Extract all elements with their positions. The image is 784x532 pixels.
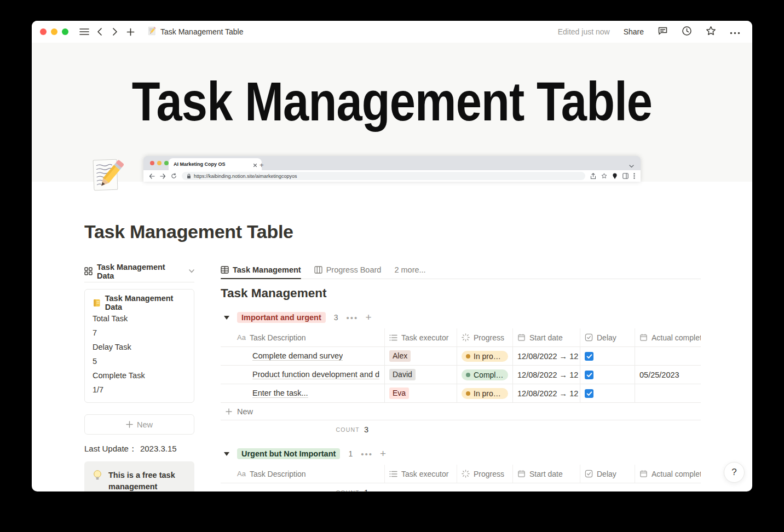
table-row[interactable]: Complete demand survey Alex In progress … <box>221 347 701 366</box>
column-header-executor[interactable]: Task executor <box>385 328 457 346</box>
desktop: { "titlebar": { "page_title": "Task Mana… <box>0 0 784 532</box>
start-date-value[interactable]: 12/08/2022 → 12 <box>517 352 578 361</box>
close-window-button[interactable] <box>40 28 47 35</box>
forward-icon[interactable] <box>108 25 122 39</box>
text-property-icon: Aa <box>237 470 246 478</box>
browser-tab-title: AI Marketing Copy OS <box>174 161 226 167</box>
group-add-icon[interactable]: + <box>365 311 371 323</box>
new-page-icon[interactable] <box>123 25 137 39</box>
group-pill[interactable]: Important and urgent <box>237 312 326 323</box>
table-row[interactable]: Product function development and d David… <box>221 366 701 384</box>
plus-icon <box>226 408 232 415</box>
executor-tag[interactable]: Alex <box>389 350 411 362</box>
group-more-icon[interactable]: ••• <box>361 449 373 459</box>
callout: This is a free task management system. <box>84 461 194 491</box>
collapse-triangle-icon[interactable] <box>224 316 229 320</box>
stat-value: 5 <box>93 354 186 368</box>
stat-label: Complete Task <box>93 368 186 383</box>
summary-card-title: Task Management Data <box>105 294 186 311</box>
collapse-triangle-icon[interactable] <box>224 452 229 456</box>
count-aggregate[interactable]: COUNT 1 <box>221 483 385 491</box>
share-button[interactable]: Share <box>624 27 644 36</box>
new-record-button[interactable]: New <box>84 414 194 435</box>
breadcrumb[interactable]: Task Management Table <box>147 26 244 37</box>
callout-text: This is a free task management system. <box>108 470 187 491</box>
zoom-window-button[interactable] <box>62 28 68 35</box>
checkmark-icon <box>586 354 592 359</box>
column-header-executor[interactable]: Task executor <box>385 465 457 483</box>
tab-more-views[interactable]: 2 more... <box>394 261 425 279</box>
help-button[interactable]: ? <box>724 462 745 483</box>
notion-window: Task Management Table Edited just now Sh… <box>32 21 752 491</box>
column-header-progress[interactable]: Progress <box>457 328 513 346</box>
traffic-lights <box>40 28 68 35</box>
lock-icon <box>187 174 191 179</box>
task-title-link[interactable]: Enter the task... <box>252 389 308 398</box>
column-header-delay[interactable]: Delay <box>580 328 635 346</box>
table-row[interactable]: Enter the task... Eva In progress 12/08/… <box>221 384 701 403</box>
more-icon[interactable] <box>730 27 740 37</box>
column-header-description[interactable]: AaTask Description <box>221 465 385 483</box>
column-header-actual-completion[interactable]: Actual completion <box>635 465 701 483</box>
history-icon[interactable] <box>682 26 692 38</box>
status-pill[interactable]: In progress <box>462 351 508 362</box>
select-property-icon <box>389 334 397 341</box>
executor-tag[interactable]: David <box>389 369 416 380</box>
checkmark-icon <box>586 391 592 396</box>
group-count: 1 <box>348 449 353 458</box>
count-aggregate[interactable]: COUNT 3 <box>221 420 385 439</box>
browser-zoom-button <box>164 161 169 165</box>
refresh-icon <box>171 173 177 179</box>
column-header-start-date[interactable]: Start date <box>513 465 580 483</box>
status-pill[interactable]: Completed <box>462 369 508 380</box>
back-icon[interactable] <box>93 25 107 39</box>
text-property-icon: Aa <box>237 333 246 342</box>
breadcrumb-title: Task Management Table <box>160 27 244 36</box>
delay-checkbox-checked[interactable] <box>585 371 593 379</box>
new-row-button[interactable]: New <box>221 403 701 420</box>
date-property-icon <box>517 470 526 478</box>
menu-icon[interactable] <box>77 25 91 39</box>
cover-heading: Task Management Table <box>89 70 694 133</box>
chevron-down-icon <box>189 269 194 273</box>
minimize-window-button[interactable] <box>51 28 57 35</box>
status-dot <box>466 373 470 377</box>
url-text: https://kaibinding.notion.site/aimarketi… <box>194 174 297 179</box>
kebab-icon <box>633 173 635 179</box>
column-header-delay[interactable]: Delay <box>580 465 635 483</box>
comment-icon[interactable] <box>658 26 668 38</box>
browser-minimize-button <box>157 161 162 165</box>
star-icon[interactable] <box>706 26 716 38</box>
status-dot <box>466 391 470 396</box>
board-view-icon <box>314 266 322 274</box>
tab-task-management[interactable]: Task Management <box>221 261 301 279</box>
table-view-icon <box>221 266 229 274</box>
table-header: AaTask Description Task executor Progres… <box>221 328 701 347</box>
column-header-progress[interactable]: Progress <box>457 465 513 483</box>
start-date-value[interactable]: 12/08/2022 → 12 <box>517 371 578 379</box>
table-header: AaTask Description Task executor Progres… <box>221 465 701 483</box>
aggregate-row: COUNT 3 <box>221 420 701 439</box>
status-pill[interactable]: In progress <box>462 388 508 399</box>
task-title-link[interactable]: Product function development and d <box>252 370 379 379</box>
executor-tag[interactable]: Eva <box>389 388 409 399</box>
column-header-start-date[interactable]: Start date <box>513 328 580 346</box>
column-header-description[interactable]: AaTask Description <box>221 328 385 346</box>
start-date-value[interactable]: 12/08/2022 → 12 <box>517 389 578 398</box>
actual-date-value[interactable]: 05/25/2023 <box>639 371 679 379</box>
linked-db-selector[interactable]: Task Management Data <box>84 261 194 282</box>
last-update-value: 2023.3.15 <box>140 444 177 454</box>
group-add-icon[interactable]: + <box>380 448 386 460</box>
task-title-link[interactable]: Complete demand survey <box>252 351 343 361</box>
tab-progress-board[interactable]: Progress Board <box>314 261 382 279</box>
page-memo-icon[interactable] <box>89 158 124 193</box>
delay-checkbox-checked[interactable] <box>585 389 593 398</box>
group-more-icon[interactable]: ••• <box>347 313 359 322</box>
column-header-actual-completion[interactable]: Actual completion <box>635 328 701 346</box>
group-pill[interactable]: Urgent but Not Important <box>237 448 340 459</box>
delay-checkbox-checked[interactable] <box>585 352 593 361</box>
select-property-icon <box>389 471 397 477</box>
plus-icon <box>126 421 133 428</box>
summary-card[interactable]: Task Management Data Total Task 7 Delay … <box>84 289 194 403</box>
page-title: Task Management Table <box>84 221 293 242</box>
